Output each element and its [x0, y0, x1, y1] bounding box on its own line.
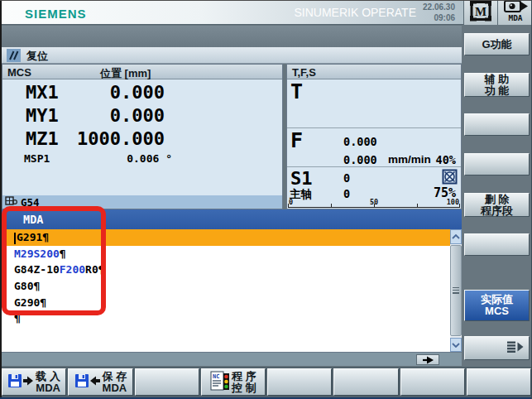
- mda-mode-button[interactable]: MDA: [497, 0, 532, 25]
- position-panel: MCS 位置 [mm] MX1 0.000 MY1 0.000 MZ1 1000…: [2, 64, 283, 209]
- scale-tick: [459, 204, 460, 207]
- scale-tick: [288, 204, 289, 207]
- softkey-empty[interactable]: [467, 368, 531, 396]
- feed-override: 40%: [436, 153, 456, 166]
- editor-lines[interactable]: G291¶M29S200¶G84Z-10F200R0¶G80¶G290¶¶: [2, 229, 450, 352]
- softkey-menu-forward[interactable]: [464, 336, 530, 360]
- scale-tick-label: 100: [447, 198, 459, 206]
- code-segment: G80¶: [14, 280, 40, 292]
- work-offset-label: G54: [21, 196, 40, 209]
- mda-mode-icon: MDA: [501, 0, 530, 26]
- scrollbar-thumb[interactable]: [450, 245, 462, 336]
- reset-status-icon: [7, 49, 21, 65]
- code-segment: R0¶: [85, 263, 104, 276]
- scale-tick: [331, 204, 332, 207]
- machine-m-icon: M: [468, 0, 493, 25]
- softkey-g-functions[interactable]: G功能: [464, 33, 530, 55]
- axis-name: MZ1: [26, 128, 59, 149]
- tfs-panel-header: T,F,S: [287, 65, 461, 79]
- softkey-actual-values-mcs[interactable]: 实际值MCS: [464, 290, 530, 321]
- time-label: 09:06: [423, 12, 455, 23]
- divider: [287, 127, 461, 128]
- softkey-empty[interactable]: [135, 368, 199, 396]
- scroll-down-button[interactable]: [450, 338, 462, 352]
- code-segment: M29S200: [14, 248, 60, 260]
- code-line[interactable]: G84Z-10F200R0¶: [2, 262, 450, 278]
- axis-row: MX1 0.000: [2, 82, 282, 105]
- sinumerik-screen: SIEMENS SINUMERIK OPERATE 22.06.30 09:06…: [0, 0, 532, 399]
- machine-area-button[interactable]: M: [463, 0, 497, 25]
- axis-value: 0.000: [110, 82, 165, 103]
- position-panel-header: MCS 位置 [mm]: [2, 65, 282, 79]
- softkey-empty[interactable]: [400, 368, 465, 396]
- spindle-axis-row: MSP1 0.006 °: [2, 152, 282, 167]
- screen-edge: [0, 0, 2, 399]
- channel-state-label: 复位: [26, 49, 48, 64]
- screen-edge: [0, 0, 532, 1]
- feed-actual-value: 0.000: [343, 135, 377, 148]
- svg-text:MDA: MDA: [508, 13, 522, 22]
- scale-tick: [417, 204, 418, 207]
- feed-setpoint-value: 0.000: [343, 153, 377, 166]
- code-segment: F200: [60, 263, 85, 276]
- axis-name: MX1: [26, 82, 59, 103]
- vertical-scrollbar[interactable]: [450, 229, 462, 352]
- menu-forward-icon: [506, 340, 525, 356]
- editor-title-bar: MDA: [2, 209, 462, 229]
- code-segment: ¶: [60, 248, 66, 260]
- siemens-logo: SIEMENS: [25, 7, 87, 21]
- axis-row: MY1 0.000: [2, 105, 282, 128]
- program-control-icon: NC: [210, 370, 230, 395]
- axis-value: 1000.000: [77, 128, 165, 149]
- axis-name: MSP1: [24, 152, 50, 165]
- load-mda-icon: [7, 373, 34, 392]
- softkey-empty[interactable]: [267, 368, 332, 396]
- bottom-softkey-bar: 载 入MDA 保 存MDA NC: [0, 367, 532, 397]
- editor-title: MDA: [23, 213, 43, 226]
- header-bar: SIEMENS SINUMERIK OPERATE 22.06.30 09:06…: [0, 0, 532, 25]
- scroll-up-button[interactable]: [450, 229, 462, 244]
- alarm-message-strip: [2, 26, 462, 47]
- softkey-empty[interactable]: [333, 368, 398, 396]
- text-cursor: [14, 233, 16, 244]
- softkey-auxiliary-functions[interactable]: 辅 助功 能: [464, 73, 530, 97]
- code-line[interactable]: ¶: [2, 310, 450, 327]
- work-offset-icon: [5, 195, 17, 209]
- code-segment: G84Z-10: [14, 263, 60, 276]
- save-mda-icon: [74, 373, 101, 392]
- mda-editor[interactable]: MDA G291¶M29S200¶G84Z-10F200R0¶G80¶G290¶…: [2, 209, 462, 366]
- axis-row: MZ1 1000.000: [2, 128, 282, 151]
- code-line[interactable]: G291¶: [2, 229, 450, 246]
- axis-value: 0.006 °: [127, 152, 172, 165]
- softkey-program-control[interactable]: NC 程 序控 制: [201, 368, 266, 396]
- right-softkey-bar: G功能 辅 助功 能 删 除程序段 实际值MCS: [462, 25, 532, 367]
- code-segment: ¶: [14, 312, 21, 324]
- work-offset-bar: G54: [2, 195, 282, 209]
- code-segment: G290¶: [14, 296, 46, 309]
- datetime: 22.06.30 09:06: [423, 2, 455, 23]
- tfs-title: T,F,S: [292, 66, 316, 79]
- softkey-load-mda[interactable]: 载 入MDA: [2, 368, 66, 396]
- override-scale: 0 50 100: [288, 198, 460, 208]
- spindle-actual-value: 0: [343, 171, 350, 185]
- code-segment: G291¶: [17, 231, 49, 243]
- softkey-save-mda[interactable]: 保 存MDA: [68, 368, 132, 396]
- scroll-right-button[interactable]: [416, 354, 439, 365]
- date-label: 22.06.30: [423, 2, 455, 12]
- thumb-grip: [453, 287, 459, 294]
- axis-value: 0.000: [110, 105, 165, 126]
- softkey-empty[interactable]: [464, 113, 530, 136]
- softkey-empty[interactable]: [464, 153, 530, 175]
- axis-name: MY1: [26, 105, 59, 126]
- code-line[interactable]: G80¶: [2, 278, 450, 295]
- softkey-empty[interactable]: [464, 233, 530, 256]
- feed-label: F: [290, 130, 303, 151]
- softkey-delete-block[interactable]: 删 除程序段: [464, 193, 530, 217]
- svg-text:M: M: [475, 5, 486, 18]
- horizontal-scrollbar[interactable]: [2, 352, 462, 366]
- feed-unit: mm/min: [388, 153, 431, 166]
- svg-text:NC: NC: [213, 373, 219, 379]
- position-column-header: 位置 [mm]: [100, 66, 151, 81]
- code-line[interactable]: G290¶: [2, 295, 450, 311]
- code-line[interactable]: M29S200¶: [2, 246, 450, 262]
